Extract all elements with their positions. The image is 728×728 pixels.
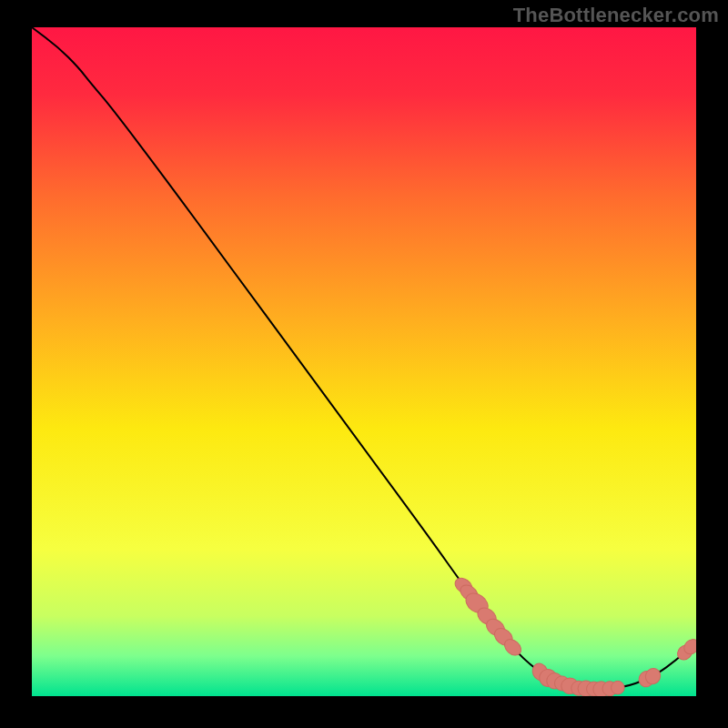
chart-frame: TheBottlenecker.com — [0, 0, 728, 728]
chart-svg — [32, 27, 696, 696]
marker-dot — [612, 681, 625, 694]
watermark-text: TheBottlenecker.com — [513, 4, 719, 27]
gradient-background — [32, 27, 696, 696]
plot-area — [32, 27, 696, 696]
